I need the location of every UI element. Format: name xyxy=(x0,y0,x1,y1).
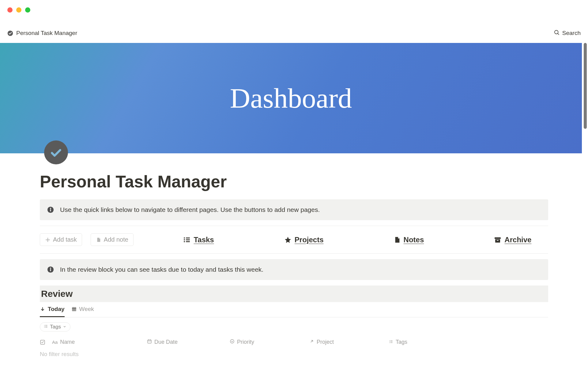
svg-rect-25 xyxy=(45,326,47,326)
archive-icon xyxy=(494,236,501,243)
table-header: Aa Name Due Date Priority Project Tags xyxy=(40,336,548,348)
text-aa-icon: Aa xyxy=(52,339,58,345)
quicklink-archive[interactable]: Archive xyxy=(494,236,531,244)
list-small-icon xyxy=(44,324,48,330)
callout-info-1: Use the quick links below to navigate to… xyxy=(40,199,548,220)
svg-point-16 xyxy=(50,268,51,269)
plus-icon xyxy=(45,237,51,243)
add-task-label: Add task xyxy=(53,236,77,243)
svg-rect-11 xyxy=(186,241,190,242)
breadcrumb-title: Personal Task Manager xyxy=(16,30,77,36)
column-due-label: Due Date xyxy=(154,339,178,345)
minimize-window-icon[interactable] xyxy=(16,7,21,13)
callout-text: In the review block you can see tasks du… xyxy=(60,266,263,273)
tab-week-label: Week xyxy=(79,306,94,312)
svg-point-22 xyxy=(44,325,45,326)
column-due-date[interactable]: Due Date xyxy=(147,339,230,345)
svg-rect-9 xyxy=(186,239,190,240)
page-content: Personal Task Manager Use the quick link… xyxy=(40,172,548,358)
svg-rect-29 xyxy=(148,340,151,343)
tab-today-label: Today xyxy=(48,306,65,312)
column-project-label: Project xyxy=(317,339,334,345)
calendar-small-icon xyxy=(147,339,152,345)
topbar: Personal Task Manager Search xyxy=(0,27,588,39)
svg-point-8 xyxy=(184,239,185,240)
add-task-button[interactable]: Add task xyxy=(40,233,82,246)
view-tabs: Today Week xyxy=(40,306,548,317)
scrollbar[interactable] xyxy=(584,43,587,129)
arrow-down-icon xyxy=(40,306,45,312)
svg-rect-20 xyxy=(73,307,74,308)
window-controls xyxy=(7,7,30,13)
breadcrumb[interactable]: Personal Task Manager xyxy=(7,30,77,36)
cover-image: Dashboard xyxy=(0,43,582,153)
quicklink-archive-label: Archive xyxy=(504,236,531,244)
svg-rect-7 xyxy=(186,237,190,238)
search-button[interactable]: Search xyxy=(554,29,581,37)
note-page-icon xyxy=(394,236,401,243)
calendar-icon xyxy=(71,306,77,312)
search-label: Search xyxy=(562,30,581,36)
column-checkbox[interactable] xyxy=(40,339,52,345)
svg-point-36 xyxy=(389,341,390,342)
filter-row: Tags xyxy=(40,322,548,332)
quicklink-projects-label: Projects xyxy=(295,236,324,244)
column-name[interactable]: Aa Name xyxy=(52,339,147,345)
filter-tags-chip[interactable]: Tags xyxy=(40,322,70,332)
column-priority-label: Priority xyxy=(237,339,254,345)
svg-point-24 xyxy=(44,326,45,327)
svg-rect-17 xyxy=(50,269,51,271)
page-icon[interactable] xyxy=(44,140,68,164)
info-icon xyxy=(47,266,54,273)
svg-point-38 xyxy=(389,343,390,343)
quicklink-tasks-label: Tasks xyxy=(194,236,214,244)
svg-point-10 xyxy=(184,241,185,242)
divider xyxy=(40,226,548,226)
list-icon xyxy=(183,236,190,243)
quicklink-notes-label: Notes xyxy=(404,236,424,244)
column-tags[interactable]: Tags xyxy=(389,339,450,345)
column-project[interactable]: Project xyxy=(309,339,389,345)
check-circle-icon xyxy=(7,30,13,36)
divider xyxy=(40,253,548,254)
svg-line-2 xyxy=(558,33,559,35)
svg-point-26 xyxy=(44,327,45,328)
svg-rect-35 xyxy=(390,340,393,341)
column-name-label: Name xyxy=(60,339,75,345)
svg-rect-37 xyxy=(390,341,393,342)
svg-rect-21 xyxy=(75,307,75,308)
svg-point-4 xyxy=(50,208,51,209)
add-note-button[interactable]: Add note xyxy=(91,233,134,246)
fullscreen-window-icon[interactable] xyxy=(25,7,30,13)
svg-rect-14 xyxy=(497,240,499,241)
svg-rect-23 xyxy=(45,325,47,325)
arrow-up-right-icon xyxy=(309,339,314,345)
svg-rect-5 xyxy=(50,209,51,211)
callout-info-2: In the review block you can see tasks du… xyxy=(40,259,548,280)
svg-rect-39 xyxy=(390,343,393,343)
review-heading: Review xyxy=(40,286,548,302)
search-icon xyxy=(554,29,560,37)
chevron-circle-icon xyxy=(230,339,235,345)
quick-actions-row: Add task Add note Tasks Projects xyxy=(40,233,548,246)
quicklink-tasks[interactable]: Tasks xyxy=(183,236,214,244)
close-window-icon[interactable] xyxy=(7,7,13,13)
table-empty-state: No filter results xyxy=(40,351,548,358)
star-icon xyxy=(284,236,292,243)
filter-tags-label: Tags xyxy=(50,324,61,330)
page-title: Personal Task Manager xyxy=(40,172,548,191)
chevron-down-icon xyxy=(63,324,66,330)
callout-text: Use the quick links below to navigate to… xyxy=(60,206,320,213)
info-icon xyxy=(47,206,54,213)
list-tiny-icon xyxy=(389,339,393,345)
quicklink-notes[interactable]: Notes xyxy=(394,236,424,244)
svg-rect-13 xyxy=(495,239,500,243)
quicklink-projects[interactable]: Projects xyxy=(284,236,324,244)
svg-rect-19 xyxy=(72,308,76,309)
column-tags-label: Tags xyxy=(396,339,407,345)
svg-point-6 xyxy=(184,237,185,239)
svg-rect-27 xyxy=(45,327,47,328)
tab-week[interactable]: Week xyxy=(71,306,94,317)
tab-today[interactable]: Today xyxy=(40,306,65,317)
column-priority[interactable]: Priority xyxy=(230,339,309,345)
